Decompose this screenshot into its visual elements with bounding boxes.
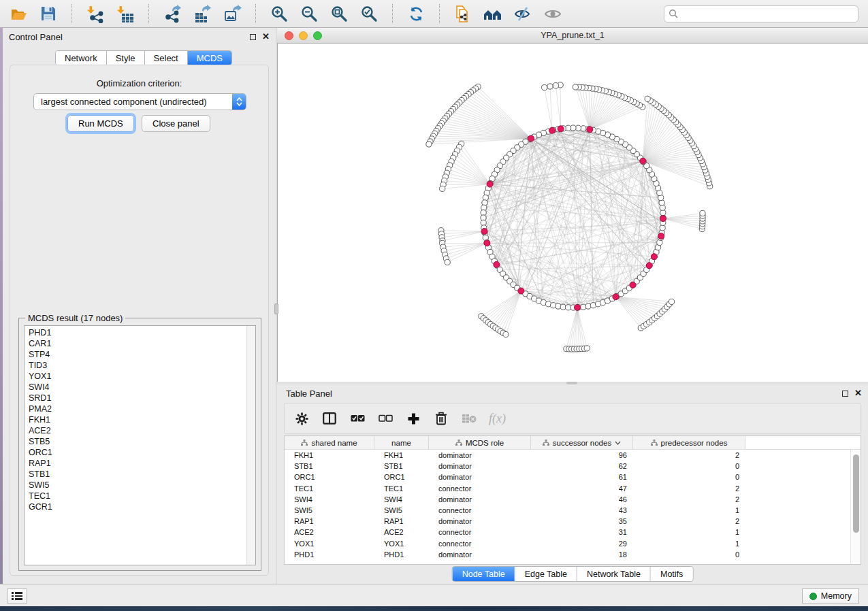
mcds-result-item[interactable]: SRD1 bbox=[25, 393, 246, 403]
table-cell[interactable]: 35 bbox=[531, 517, 633, 525]
table-cell[interactable]: 18 bbox=[531, 550, 633, 559]
mcds-result-item[interactable]: FKH1 bbox=[25, 414, 246, 425]
import-network-icon[interactable] bbox=[85, 3, 106, 24]
table-cell[interactable]: 96 bbox=[531, 451, 633, 459]
show-panels-icon[interactable] bbox=[543, 3, 563, 24]
column-header-name[interactable]: name bbox=[374, 436, 429, 449]
tab-style[interactable]: Style bbox=[107, 51, 145, 65]
close-panel-button[interactable]: Close panel bbox=[142, 115, 210, 132]
tab-node-table[interactable]: Node Table bbox=[453, 567, 515, 581]
table-cell[interactable]: 0 bbox=[633, 550, 745, 559]
bird-eye-view-icon[interactable] bbox=[483, 3, 503, 24]
table-cell[interactable]: 43 bbox=[531, 506, 633, 514]
mcds-result-item[interactable]: YOX1 bbox=[25, 371, 246, 382]
memory-button[interactable]: Memory bbox=[802, 588, 859, 604]
table-cell[interactable]: SWI5 bbox=[285, 506, 374, 514]
table-cell[interactable]: RAP1 bbox=[285, 517, 374, 525]
network-canvas[interactable] bbox=[277, 44, 868, 382]
table-cell[interactable]: 31 bbox=[531, 528, 633, 536]
table-cell[interactable]: SWI4 bbox=[374, 495, 429, 503]
add-column-icon[interactable] bbox=[405, 410, 421, 427]
tab-network[interactable]: Network bbox=[56, 51, 107, 65]
mcds-result-item[interactable]: STP4 bbox=[25, 349, 246, 360]
export-network-icon[interactable] bbox=[162, 3, 182, 24]
table-cell[interactable]: connector bbox=[429, 484, 531, 493]
table-cell[interactable]: 47 bbox=[531, 484, 633, 493]
search-box[interactable] bbox=[664, 5, 858, 22]
delete-column-icon[interactable] bbox=[433, 410, 449, 427]
close-panel-icon[interactable]: ✕ bbox=[854, 390, 862, 397]
copy-network-icon[interactable] bbox=[453, 3, 473, 24]
mcds-result-item[interactable]: SWI5 bbox=[25, 480, 246, 491]
run-mcds-button[interactable]: Run MCDS bbox=[67, 115, 134, 132]
table-cell[interactable]: SWI4 bbox=[285, 495, 374, 503]
close-panel-icon[interactable]: ✕ bbox=[262, 33, 270, 40]
table-cell[interactable]: dominator bbox=[429, 473, 531, 481]
refresh-icon[interactable] bbox=[406, 3, 426, 24]
column-header-mcds-role[interactable]: MCDS role bbox=[429, 436, 531, 449]
show-panel-list-button[interactable] bbox=[7, 588, 27, 604]
table-cell[interactable]: connector bbox=[429, 540, 531, 548]
table-row[interactable]: RAP1RAP1dominator352 bbox=[285, 516, 850, 527]
import-table-icon[interactable] bbox=[115, 3, 135, 24]
zoom-fit-icon[interactable] bbox=[329, 3, 349, 24]
tab-select[interactable]: Select bbox=[145, 51, 188, 65]
table-cell[interactable]: 29 bbox=[531, 540, 633, 548]
search-input[interactable] bbox=[681, 10, 854, 19]
table-cell[interactable]: dominator bbox=[429, 451, 531, 459]
splitter-handle[interactable] bbox=[274, 303, 278, 314]
criterion-dropdown[interactable]: largest connected component (undirected) bbox=[33, 93, 246, 110]
table-cell[interactable]: 0 bbox=[633, 462, 745, 470]
table-cell[interactable]: 1 bbox=[633, 540, 745, 548]
network-graph[interactable] bbox=[277, 44, 868, 382]
mcds-result-item[interactable]: STB1 bbox=[25, 469, 246, 480]
table-row[interactable]: PHD1PHD1dominator180 bbox=[285, 549, 850, 560]
mcds-result-item[interactable]: RAP1 bbox=[25, 458, 246, 469]
table-row[interactable]: TEC1TEC1connector472 bbox=[285, 483, 850, 494]
zoom-out-icon[interactable] bbox=[299, 3, 319, 24]
table-cell[interactable]: dominator bbox=[429, 495, 531, 503]
column-header-successor-nodes[interactable]: successor nodes bbox=[531, 436, 633, 449]
tab-mcds[interactable]: MCDS bbox=[188, 51, 231, 65]
select-all-icon[interactable] bbox=[349, 410, 366, 427]
table-cell[interactable]: 2 bbox=[633, 484, 745, 493]
table-cell[interactable]: YOX1 bbox=[374, 540, 429, 548]
table-cell[interactable]: ORC1 bbox=[374, 473, 429, 481]
table-cell[interactable]: 2 bbox=[633, 451, 745, 459]
mcds-result-item[interactable]: ORC1 bbox=[25, 447, 246, 458]
table-row[interactable]: STB1STB1dominator620 bbox=[285, 461, 850, 472]
table-cell[interactable]: 2 bbox=[633, 495, 745, 503]
mcds-result-item[interactable]: TID3 bbox=[25, 360, 246, 371]
export-image-icon[interactable] bbox=[222, 3, 242, 24]
table-cell[interactable]: TEC1 bbox=[285, 484, 374, 493]
table-cell[interactable]: ORC1 bbox=[285, 473, 374, 481]
mcds-result-item[interactable]: STB5 bbox=[25, 436, 246, 447]
tab-edge-table[interactable]: Edge Table bbox=[515, 567, 577, 581]
save-session-icon[interactable] bbox=[38, 3, 59, 24]
mcds-result-list[interactable]: PHD1CAR1STP4TID3YOX1SWI4SRD1PMA2FKH1ACE2… bbox=[24, 325, 256, 565]
column-settings-icon[interactable] bbox=[293, 410, 310, 427]
table-cell[interactable]: dominator bbox=[429, 462, 531, 470]
zoom-selected-icon[interactable] bbox=[359, 3, 379, 24]
mcds-result-item[interactable]: TEC1 bbox=[25, 491, 246, 501]
column-layout-icon[interactable] bbox=[321, 410, 338, 427]
table-cell[interactable]: dominator bbox=[429, 517, 531, 525]
table-cell[interactable]: 0 bbox=[633, 473, 745, 481]
table-cell[interactable]: connector bbox=[429, 528, 531, 536]
table-cell[interactable]: 46 bbox=[531, 495, 633, 503]
table-scrollbar[interactable] bbox=[850, 450, 861, 564]
mcds-result-item[interactable]: PHD1 bbox=[25, 327, 246, 338]
table-cell[interactable]: connector bbox=[429, 506, 531, 514]
table-cell[interactable]: dominator bbox=[429, 550, 531, 559]
table-cell[interactable]: ACE2 bbox=[374, 528, 429, 536]
tab-motifs[interactable]: Motifs bbox=[651, 567, 692, 581]
function-builder-icon[interactable]: f(x) bbox=[489, 412, 506, 426]
table-cell[interactable]: FKH1 bbox=[285, 451, 374, 459]
mcds-result-item[interactable]: GCR1 bbox=[25, 501, 246, 512]
table-cell[interactable]: FKH1 bbox=[374, 451, 429, 459]
table-cell[interactable]: STB1 bbox=[285, 462, 374, 470]
table-row[interactable]: YOX1YOX1connector291 bbox=[285, 538, 850, 549]
column-header-shared-name[interactable]: shared name bbox=[285, 436, 374, 449]
float-panel-icon[interactable] bbox=[842, 391, 848, 397]
open-session-icon[interactable] bbox=[8, 3, 29, 24]
